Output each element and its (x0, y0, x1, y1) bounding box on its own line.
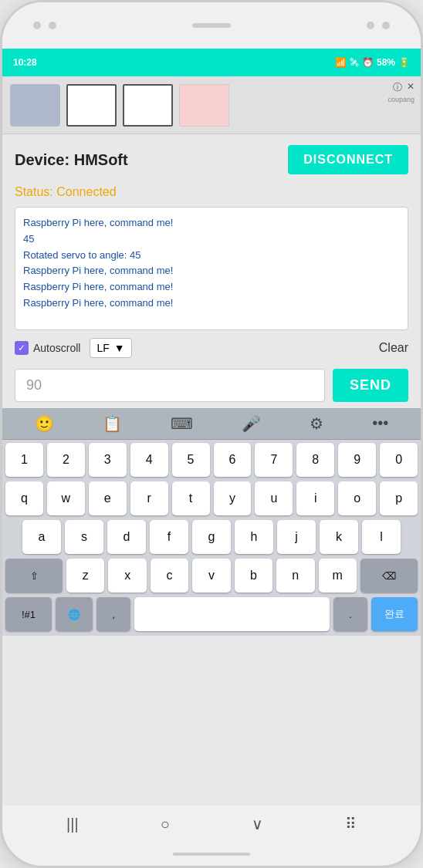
key-l[interactable]: l (362, 520, 401, 554)
key-w[interactable]: w (47, 481, 85, 515)
key-j[interactable]: j (277, 520, 316, 554)
lf-label: LF (96, 342, 109, 354)
key-u[interactable]: u (255, 481, 293, 515)
key-t[interactable]: t (172, 481, 210, 515)
phone-device: 10:28 📶 🛰 ⏰ 58% 🔋 ⓘ ✕ coupang Device: HM… (0, 0, 423, 868)
key-v[interactable]: v (192, 559, 230, 593)
space-key[interactable] (134, 597, 330, 631)
connection-status: Status: Connected (2, 185, 421, 207)
key-o[interactable]: o (338, 481, 376, 515)
emoji-icon[interactable]: 🙂 (35, 414, 54, 433)
key-z[interactable]: z (66, 559, 104, 593)
key-n[interactable]: n (276, 559, 314, 593)
key-q[interactable]: q (5, 481, 43, 515)
keyboard-icon[interactable]: ⌨ (171, 414, 193, 433)
terminal-line-6: Raspberry Pi here, command me! (23, 296, 400, 312)
symbols-key[interactable]: !#1 (5, 597, 52, 631)
send-button[interactable]: SEND (333, 369, 408, 402)
nav-recents-icon[interactable]: ∨ (252, 815, 263, 833)
key-6[interactable]: 6 (214, 443, 252, 477)
done-key[interactable]: 완료 (371, 597, 418, 631)
top-right-dot2 (382, 22, 390, 29)
key-m[interactable]: m (319, 559, 357, 593)
key-b[interactable]: b (235, 559, 272, 593)
ad-close-icon[interactable]: ✕ (407, 81, 415, 94)
key-g[interactable]: g (192, 520, 231, 554)
key-a[interactable]: a (22, 520, 61, 554)
device-row: Device: HMSoft DISCONNECT (2, 134, 421, 185)
terminal-line-2: 45 (23, 231, 400, 248)
key-k[interactable]: k (320, 520, 358, 554)
dropdown-arrow: ▼ (114, 342, 125, 354)
key-s[interactable]: s (65, 520, 103, 554)
terminal-output: Raspberry Pi here, command me! 45 Rotate… (15, 207, 408, 330)
key-y[interactable]: y (214, 481, 252, 515)
disconnect-button[interactable]: DISCONNECT (288, 145, 408, 174)
key-p[interactable]: p (380, 481, 418, 515)
terminal-line-5: Raspberry Pi here, command me! (23, 279, 400, 296)
key-i[interactable]: i (296, 481, 334, 515)
device-label: Device: HMSoft (15, 151, 128, 169)
signal-icon: 📶 (335, 57, 347, 68)
battery-icon: 🔋 (398, 57, 410, 68)
key-r[interactable]: r (130, 481, 168, 515)
key-h[interactable]: h (235, 520, 273, 554)
terminal-line-4: Raspberry Pi here, command me! (23, 263, 400, 279)
ad-controls[interactable]: ⓘ ✕ (393, 81, 415, 94)
more-icon[interactable]: ••• (372, 414, 388, 433)
key-9[interactable]: 9 (338, 443, 376, 477)
keyboard-rows: 1 2 3 4 5 6 7 8 9 0 q w e r t (2, 440, 421, 636)
key-3[interactable]: 3 (89, 443, 127, 477)
key-x[interactable]: x (108, 559, 146, 593)
key-4[interactable]: 4 (130, 443, 168, 477)
key-7[interactable]: 7 (255, 443, 293, 477)
ad-logo: ⓘ ✕ coupang (387, 81, 415, 103)
top-right-dots (367, 22, 390, 29)
nav-back-icon[interactable]: ||| (66, 816, 79, 833)
top-speaker (192, 23, 231, 28)
clear-button[interactable]: Clear (379, 341, 408, 355)
keyboard: 🙂 📋 ⌨ 🎤 ⚙ ••• 1 2 3 4 5 6 7 8 (2, 408, 421, 636)
app-content: Device: HMSoft DISCONNECT Status: Connec… (2, 134, 421, 806)
microphone-icon[interactable]: 🎤 (242, 414, 261, 433)
controls-row: ✓ Autoscroll LF ▼ Clear (2, 330, 421, 366)
send-input[interactable] (15, 369, 325, 402)
bottom-indicator-bar (173, 853, 250, 856)
clipboard-icon[interactable]: 📋 (103, 414, 122, 433)
key-e[interactable]: e (89, 481, 127, 515)
key-0[interactable]: 0 (380, 443, 418, 477)
comma-key[interactable]: , (96, 597, 130, 631)
settings-icon[interactable]: ⚙ (310, 414, 323, 433)
autoscroll-checkbox[interactable]: ✓ (15, 341, 29, 355)
lf-dropdown[interactable]: LF ▼ (90, 338, 131, 358)
key-f[interactable]: f (150, 520, 188, 554)
qwerty-row: q w e r t y u i o p (5, 481, 418, 515)
delete-key[interactable]: ⌫ (360, 559, 418, 593)
alarm-icon: ⏰ (362, 57, 374, 68)
number-row: 1 2 3 4 5 6 7 8 9 0 (5, 443, 418, 477)
key-5[interactable]: 5 (172, 443, 210, 477)
period-key[interactable]: . (333, 597, 367, 631)
key-2[interactable]: 2 (47, 443, 85, 477)
key-c[interactable]: c (151, 559, 188, 593)
ad-banner: ⓘ ✕ coupang (2, 76, 421, 134)
top-camera-group (33, 22, 56, 29)
status-icons: 📶 🛰 ⏰ 58% 🔋 (335, 57, 410, 68)
battery-percent: 58% (377, 57, 395, 68)
shift-key[interactable]: ⇧ (5, 559, 63, 593)
send-row: SEND (2, 366, 421, 408)
key-1[interactable]: 1 (5, 443, 43, 477)
nav-menu-icon[interactable]: ⠿ (345, 815, 357, 833)
camera-dot (33, 22, 41, 29)
autoscroll-label: Autoscroll (33, 342, 80, 354)
status-time: 10:28 (13, 57, 37, 68)
globe-key[interactable]: 🌐 (56, 597, 93, 631)
nav-home-icon[interactable]: ○ (161, 816, 170, 833)
speaker-dot (49, 22, 56, 29)
ad-thumb-2 (66, 84, 117, 127)
zxcv-row: ⇧ z x c v b n m ⌫ (5, 559, 418, 593)
key-d[interactable]: d (107, 520, 146, 554)
top-right-dot1 (367, 22, 374, 29)
ad-info-icon[interactable]: ⓘ (393, 81, 402, 94)
key-8[interactable]: 8 (296, 443, 334, 477)
